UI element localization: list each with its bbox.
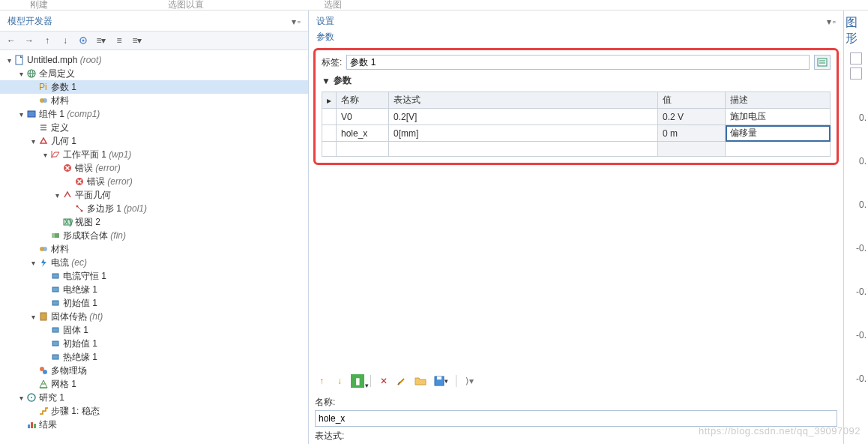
tree-item[interactable]: ▾工作平面 1 (wp1) [0, 148, 308, 161]
cell-desc[interactable]: 施加电压 [726, 109, 831, 125]
tree-twisty-icon[interactable]: ▾ [4, 56, 13, 64]
tree-item[interactable]: ▾组件 1 (comp1) [0, 107, 308, 121]
cell-name[interactable]: V0 [337, 109, 389, 125]
table-empty-row[interactable] [322, 142, 831, 157]
tree-twisty-icon[interactable]: ▾ [16, 70, 25, 78]
th-name[interactable]: 名称 [337, 92, 389, 109]
link-icon[interactable]: ⟩▾ [462, 374, 476, 388]
zoom-icon[interactable] [850, 52, 862, 64]
svg-point-9 [43, 98, 47, 103]
tree-label: 电流 (ec) [51, 256, 87, 269]
tree-item[interactable]: 初始值 1 [0, 296, 308, 310]
clear-icon[interactable] [395, 374, 409, 388]
tree-item[interactable]: ▾几何 1 [0, 134, 308, 148]
grid-icon[interactable] [850, 68, 862, 80]
tree-item[interactable]: 电绝缘 1 [0, 283, 308, 296]
tree-item[interactable]: 电流守恒 1 [0, 269, 308, 283]
move-down-icon[interactable]: ↓ [333, 374, 346, 388]
tree-item[interactable]: ▾Untitled.mph (root) [0, 53, 308, 67]
menu-item[interactable]: 选图 [324, 0, 342, 11]
tree-item[interactable]: 多物理场 [0, 364, 308, 377]
tree-item[interactable]: 热绝缘 1 [0, 350, 308, 364]
tree-item[interactable]: ▾固体传热 (ht) [0, 310, 308, 323]
tree-twisty-icon[interactable]: ▾ [28, 259, 37, 267]
label-field-label: 标签: [322, 56, 342, 69]
step-icon [37, 405, 49, 417]
delete-icon[interactable]: ✕ [377, 374, 391, 388]
tree-item[interactable]: 固体 1 [0, 323, 308, 337]
label-action-icon[interactable] [814, 55, 831, 70]
cell-value[interactable]: 0.2 V [658, 109, 726, 125]
cell-name[interactable]: hole_x [337, 125, 389, 142]
tree-item[interactable]: 错误 (error) [0, 161, 308, 175]
tree-item[interactable]: 错误 (error) [0, 175, 308, 188]
more-icon[interactable]: ≡▾ [130, 34, 144, 47]
axis-tick: -0. [856, 374, 867, 384]
tree-item[interactable]: 定义 [0, 121, 308, 134]
highlighted-region: 标签: ▼ 参数 ▸ 名称 表达式 值 描述 V00.2[V]0.2 V施加电压… [313, 48, 839, 165]
tree-item[interactable]: 步骤 1: 稳态 [0, 404, 308, 418]
tree-item[interactable]: 网格 1 [0, 377, 308, 391]
svg-rect-27 [52, 287, 58, 292]
parameters-table[interactable]: ▸ 名称 表达式 值 描述 V00.2[V]0.2 V施加电压hole_x0[m… [322, 92, 831, 157]
expr-field-label: 表达式: [315, 430, 837, 442]
panel-min-icon[interactable]: ▫ [833, 16, 836, 27]
section-header-parameters[interactable]: ▼ 参数 [322, 74, 831, 87]
name-input[interactable] [315, 410, 837, 427]
cell-expr[interactable]: 0[mm] [389, 125, 658, 142]
panel-menu-icon[interactable]: ▾ [292, 16, 296, 27]
th-expr[interactable]: 表达式 [389, 92, 658, 109]
tree-item[interactable]: 材料 [0, 242, 308, 256]
tree-item[interactable]: ▾电流 (ec) [0, 256, 308, 269]
th-value[interactable]: 值 [658, 92, 726, 109]
show-icon[interactable] [76, 34, 90, 47]
nav-back-icon[interactable]: ← [4, 34, 18, 47]
cell-expr[interactable]: 0.2[V] [389, 109, 658, 125]
expand-icon[interactable]: ≡ [112, 34, 126, 47]
tree-item[interactable]: 材料 [0, 94, 308, 107]
tree-item[interactable]: ▾平面几何 [0, 188, 308, 202]
tree-twisty-icon[interactable]: ▾ [28, 137, 37, 146]
panel-min-icon[interactable]: ▫ [298, 16, 301, 27]
open-folder-icon[interactable] [413, 374, 428, 388]
results-icon [25, 418, 37, 430]
nav-down-icon[interactable]: ↓ [58, 34, 72, 47]
tree-twisty-icon[interactable]: ▾ [28, 313, 37, 321]
table-corner[interactable]: ▸ [322, 92, 337, 109]
nav-up-icon[interactable]: ↑ [40, 34, 54, 47]
tree-item[interactable]: 初始值 1 [0, 337, 308, 350]
th-desc[interactable]: 描述 [726, 92, 831, 109]
svg-rect-38 [31, 422, 33, 428]
nav-fwd-icon[interactable]: → [22, 34, 36, 47]
bc-icon [49, 338, 61, 350]
tree-twisty-icon[interactable]: ▾ [40, 151, 49, 159]
menu-item[interactable]: 选图以直 [168, 0, 204, 11]
collapse-icon[interactable]: ≡▾ [94, 34, 108, 47]
tree-item[interactable]: 结果 [0, 418, 308, 431]
tree-item[interactable]: ▾研究 1 [0, 391, 308, 404]
label-input[interactable] [346, 55, 810, 70]
cell-desc[interactable]: 偏移量 [726, 125, 831, 142]
tree-item[interactable]: ▾全局定义 [0, 67, 308, 80]
insert-icon[interactable]: ▮▾ [351, 374, 364, 388]
tree-item[interactable]: 多边形 1 (pol1) [0, 202, 308, 215]
panel-menu-icon[interactable]: ▾ [827, 16, 831, 27]
tree-twisty-icon[interactable]: ▾ [16, 394, 25, 402]
move-up-icon[interactable]: ↑ [315, 374, 328, 388]
menu-item[interactable]: 刚建 [30, 0, 48, 11]
save-icon[interactable]: ▾ [433, 374, 450, 388]
multiphysics-icon [37, 364, 49, 376]
cell-value[interactable]: 0 m [658, 125, 726, 142]
tree-item[interactable]: Pi参数 1 [0, 80, 308, 94]
svg-rect-29 [40, 313, 46, 320]
tree-item[interactable]: xy视图 2 [0, 215, 308, 229]
tree-twisty-icon[interactable]: ▾ [52, 191, 61, 200]
table-row[interactable]: V00.2[V]0.2 V施加电压 [322, 109, 831, 125]
tree-label: 全局定义 [39, 68, 75, 80]
axis-ticks: 0.0.0.-0.-0.-0.-0. [856, 112, 867, 384]
tree-item[interactable]: 形成联合体 (fin) [0, 229, 308, 242]
tree-twisty-icon[interactable]: ▾ [16, 110, 25, 118]
svg-line-19 [77, 206, 82, 211]
table-row[interactable]: hole_x0[mm]0 m偏移量 [322, 125, 831, 142]
model-tree[interactable]: ▾Untitled.mph (root)▾全局定义Pi参数 1材料▾组件 1 (… [0, 50, 308, 444]
